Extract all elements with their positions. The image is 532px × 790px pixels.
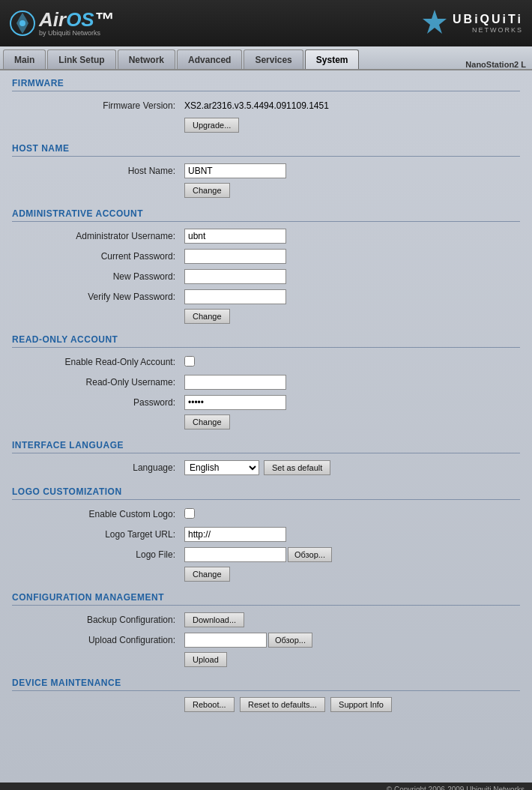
hostname-input[interactable] [184, 163, 286, 178]
svg-marker-2 [423, 10, 447, 34]
language-select[interactable]: English Deutsch Français Español Русский [184, 460, 259, 475]
maintenance-title: DEVICE MAINTENANCE [12, 678, 520, 691]
new-pwd-input[interactable] [184, 269, 286, 284]
ubiquiti-logo: UBiQUiTi NETWORKS [420, 8, 523, 38]
svg-point-1 [19, 20, 25, 26]
firmware-section: FIRMWARE Firmware Version: XS2.ar2316.v3… [12, 78, 520, 133]
admin-section: ADMINISTRATIVE ACCOUNT Administrator Use… [12, 208, 520, 324]
upload-control: Обзор... [184, 633, 520, 648]
readonly-pwd-label: Password: [12, 397, 184, 408]
language-section: INTERFACE LANGUAGE Language: English Deu… [12, 440, 520, 476]
upload-file-input[interactable] [184, 633, 267, 648]
firmware-btn-row: Upgrade... [184, 118, 520, 133]
firmware-title: FIRMWARE [12, 78, 520, 91]
reboot-button[interactable]: Reboot... [184, 697, 235, 712]
logo-enable-control [184, 508, 520, 521]
readonly-username-input[interactable] [184, 375, 286, 390]
reset-defaults-button[interactable]: Reset to defaults... [240, 697, 325, 712]
readonly-username-label: Read-Only Username: [12, 377, 184, 388]
logo-btn-row: Change [184, 567, 520, 582]
readonly-change-button[interactable]: Change [184, 414, 230, 429]
logo-url-input[interactable] [184, 527, 286, 542]
admin-change-button[interactable]: Change [184, 309, 230, 324]
airos-brand: AirOS™ [39, 10, 114, 29]
ubiquiti-name: UBiQUiTi [453, 13, 523, 26]
logo-file-control: Обзор... [184, 547, 520, 562]
current-pwd-input[interactable] [184, 249, 286, 264]
firmware-version-value: XS2.ar2316.v3.5.4494.091109.1451 [184, 100, 520, 111]
upload-button[interactable]: Upload [184, 652, 227, 667]
readonly-enable-row: Enable Read-Only Account: [12, 354, 520, 370]
tab-advanced[interactable]: Advanced [177, 49, 242, 69]
header: AirOS™ by Ubiquiti Networks UBiQUiTi NET… [0, 0, 532, 46]
footer: © Copyright 2006-2009 Ubiquiti Networks [0, 783, 532, 790]
ubiquiti-icon [420, 8, 450, 38]
readonly-username-control [184, 375, 520, 390]
support-info-button[interactable]: Support Info [330, 697, 392, 712]
backup-label: Backup Configuration: [12, 615, 184, 625]
admin-title: ADMINISTRATIVE ACCOUNT [12, 208, 520, 222]
verify-pwd-row: Verify New Password: [12, 289, 520, 305]
tab-network[interactable]: Network [118, 49, 175, 69]
firmware-version-label: Firmware Version: [12, 100, 184, 111]
nav-tabs: Main Link Setup Network Advanced Service… [3, 49, 360, 69]
set-default-button[interactable]: Set as default [264, 460, 330, 475]
logo-enable-label: Enable Custom Logo: [12, 509, 184, 519]
logo-change-button[interactable]: Change [184, 567, 230, 582]
copyright-text: © Copyright 2006-2009 Ubiquiti Networks [387, 786, 525, 790]
maintenance-section: DEVICE MAINTENANCE Reboot... Reset to de… [12, 678, 520, 712]
config-section: CONFIGURATION MANAGEMENT Backup Configur… [12, 592, 520, 667]
logo-file-label: Logo File: [12, 549, 184, 560]
airos-logo: AirOS™ by Ubiquiti Networks [9, 10, 114, 37]
hostname-control [184, 163, 520, 178]
new-pwd-control [184, 269, 520, 284]
device-name: NanoStation2 L [465, 60, 532, 69]
hostname-btn-row: Change [184, 183, 520, 198]
logo-enable-checkbox[interactable] [184, 508, 195, 519]
readonly-pwd-row: Password: [12, 394, 520, 411]
nav-bar: Main Link Setup Network Advanced Service… [0, 46, 532, 70]
language-row: Language: English Deutsch Français Españ… [12, 459, 520, 476]
admin-username-row: Administrator Username: [12, 228, 520, 244]
current-pwd-control [184, 249, 520, 264]
new-pwd-label: New Password: [12, 271, 184, 282]
hostname-section: HOST NAME Host Name: Change [12, 143, 520, 198]
tab-services[interactable]: Services [244, 49, 303, 69]
language-title: INTERFACE LANGUAGE [12, 440, 520, 453]
backup-control: Download... [184, 612, 520, 627]
language-label: Language: [12, 462, 184, 473]
firmware-version-row: Firmware Version: XS2.ar2316.v3.5.4494.0… [12, 97, 520, 114]
admin-username-control [184, 229, 520, 244]
ubiquiti-networks: NETWORKS [453, 26, 523, 34]
hostname-title: HOST NAME [12, 143, 520, 157]
logo-section: LOGO CUSTOMIZATION Enable Custom Logo: L… [12, 486, 520, 582]
upload-btn-row: Upload [184, 652, 520, 667]
upload-browse-button[interactable]: Обзор... [268, 633, 312, 648]
hostname-row: Host Name: [12, 163, 520, 179]
new-pwd-row: New Password: [12, 268, 520, 285]
tab-link-setup[interactable]: Link Setup [47, 49, 115, 69]
logo-file-text-input[interactable] [184, 547, 286, 562]
upgrade-button[interactable]: Upgrade... [184, 118, 239, 133]
upload-label: Upload Configuration: [12, 635, 184, 645]
readonly-enable-checkbox[interactable] [184, 356, 195, 367]
tab-main[interactable]: Main [3, 49, 46, 69]
readonly-title: READ-ONLY ACCOUNT [12, 334, 520, 348]
current-pwd-label: Current Password: [12, 251, 184, 262]
admin-username-label: Administrator Username: [12, 231, 184, 241]
readonly-pwd-control [184, 395, 520, 410]
airos-icon [9, 10, 36, 37]
verify-pwd-label: Verify New Password: [12, 292, 184, 302]
upload-row: Upload Configuration: Обзор... [12, 632, 520, 648]
download-button[interactable]: Download... [184, 612, 244, 627]
admin-username-input[interactable] [184, 229, 286, 244]
maintenance-btn-row: Reboot... Reset to defaults... Support I… [184, 697, 520, 712]
logo-browse-button[interactable]: Обзор... [288, 547, 332, 562]
tab-system[interactable]: System [305, 49, 360, 69]
hostname-change-button[interactable]: Change [184, 183, 230, 198]
current-pwd-row: Current Password: [12, 248, 520, 265]
readonly-pwd-input[interactable] [184, 395, 286, 410]
readonly-btn-row: Change [184, 414, 520, 429]
content-area: FIRMWARE Firmware Version: XS2.ar2316.v3… [0, 70, 532, 783]
verify-pwd-input[interactable] [184, 289, 286, 304]
